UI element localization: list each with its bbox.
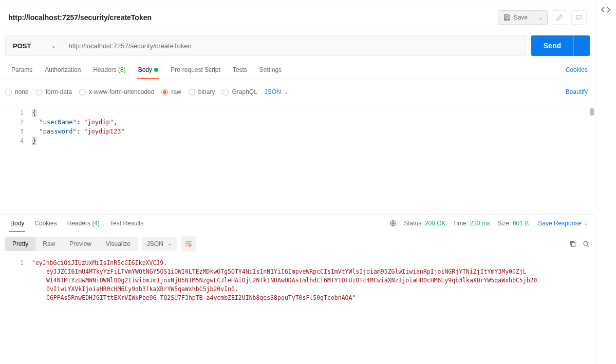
body-type-binary[interactable]: binary	[189, 88, 215, 95]
response-gutter: 1	[0, 256, 29, 365]
tab-tests[interactable]: Tests	[227, 61, 253, 79]
globe-icon[interactable]	[389, 220, 397, 227]
copy-icon	[569, 240, 576, 247]
comment-icon	[575, 14, 583, 21]
search-icon	[583, 240, 590, 247]
response-time: Time: 230 ms	[453, 220, 490, 227]
svg-point-3	[584, 241, 588, 245]
tab-strip	[0, 0, 595, 5]
resp-tab-cookies[interactable]: Cookies	[29, 215, 62, 232]
wrap-lines-button[interactable]	[181, 236, 196, 252]
right-sidebar	[595, 0, 616, 364]
body-type-raw[interactable]: raw	[161, 88, 181, 95]
title-bar: http://localhost:7257/security/createTok…	[0, 5, 595, 30]
request-body-editor[interactable]: 1 2 3 4 { "userName": "joydip", "passwor…	[0, 105, 595, 215]
beautify-button[interactable]: Beautify	[564, 83, 590, 101]
response-body[interactable]: 1 "eyJhbGciOiJIUzUxMiIsInR5cCI6IkpXVCJ9.…	[0, 256, 595, 365]
body-type-graphql[interactable]: GraphQL	[222, 88, 257, 95]
response-format-select[interactable]: JSON⌄	[142, 237, 177, 251]
pencil-icon	[556, 14, 563, 21]
tab-params[interactable]: Params	[5, 61, 39, 79]
status-code: Status: 200 OK	[404, 220, 445, 227]
tab-headers[interactable]: Headers (8)	[87, 61, 132, 79]
scrollbar-vertical[interactable]	[590, 108, 594, 116]
view-visualize[interactable]: Visualize	[99, 237, 138, 251]
response-size: Size: 601 B	[497, 220, 529, 227]
code-icon	[601, 6, 610, 13]
save-dropdown[interactable]: ⌄	[533, 10, 548, 25]
save-button[interactable]: Save	[498, 10, 533, 25]
request-tabs: Params Authorization Headers (8) Body Pr…	[0, 61, 595, 79]
resp-tab-headers[interactable]: Headers (4)	[62, 215, 105, 232]
svg-rect-0	[576, 15, 582, 19]
code-snippet-button[interactable]	[601, 6, 610, 13]
view-raw[interactable]: Raw	[35, 237, 62, 251]
edit-button[interactable]	[552, 10, 567, 25]
save-response-dropdown[interactable]: Save Response⌄	[536, 215, 590, 232]
cookies-link[interactable]: Cookies	[564, 61, 590, 79]
copy-button[interactable]	[569, 240, 576, 247]
tab-authorization[interactable]: Authorization	[39, 61, 87, 79]
resp-tab-tests[interactable]: Test Results	[105, 215, 148, 232]
line-gutter: 1 2 3 4	[0, 105, 29, 214]
body-format-select[interactable]: JSON⌄	[265, 88, 288, 95]
body-type-formdata[interactable]: form-data	[36, 88, 72, 95]
view-preview[interactable]: Preview	[62, 237, 99, 251]
body-type-xwww[interactable]: x-www-form-urlencoded	[79, 88, 154, 95]
code-content: { "userName": "joydip", "password": "joy…	[29, 105, 595, 214]
response-tabs: Body Cookies Headers (4) Test Results St…	[0, 215, 595, 232]
body-type-none[interactable]: none	[5, 88, 29, 95]
url-input[interactable]	[62, 36, 526, 55]
request-title: http://localhost:7257/security/createTok…	[8, 13, 498, 22]
response-content: "eyJhbGciOiJIUzUxMiIsInR5cCI6IkpXVCJ9. e…	[29, 256, 595, 365]
view-pretty[interactable]: Pretty	[5, 237, 35, 251]
body-type-row: none form-data x-www-form-urlencoded raw…	[0, 79, 595, 105]
save-icon	[503, 14, 511, 21]
method-select[interactable]: POST ⌄	[6, 36, 62, 55]
tab-pre-request[interactable]: Pre-request Script	[164, 61, 227, 79]
tab-settings[interactable]: Settings	[253, 61, 288, 79]
comment-button[interactable]	[571, 10, 587, 25]
request-row: POST ⌄ Send ⌄	[0, 30, 595, 61]
resp-tab-body[interactable]: Body	[5, 215, 29, 232]
chevron-down-icon: ⌄	[51, 43, 55, 49]
wrap-icon	[184, 240, 193, 248]
unsaved-dot-icon	[154, 68, 158, 72]
response-view-row: Pretty Raw Preview Visualize JSON⌄	[0, 232, 595, 256]
search-button[interactable]	[583, 240, 590, 247]
svg-rect-2	[571, 242, 575, 246]
send-button[interactable]: Send	[531, 35, 573, 56]
send-dropdown[interactable]: ⌄	[573, 35, 590, 56]
tab-body[interactable]: Body	[132, 61, 164, 79]
